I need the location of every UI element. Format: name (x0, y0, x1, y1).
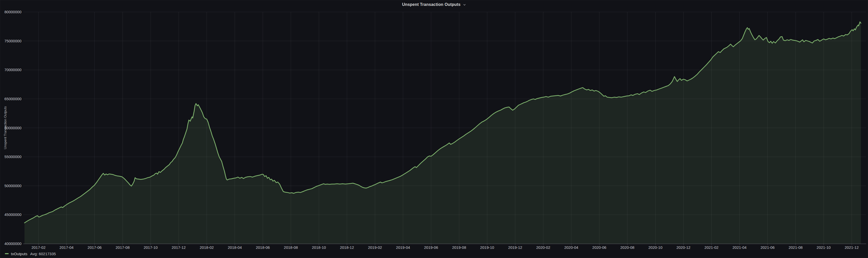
x-tick-label: 2020-12 (677, 245, 690, 250)
x-tick-label: 2020-06 (592, 245, 606, 250)
x-tick-label: 2021-08 (789, 245, 803, 250)
x-tick-label: 2017-12 (172, 245, 186, 250)
legend: txOutputs Avg: 60217335 (5, 251, 56, 256)
x-tick-label: 2019-06 (424, 245, 438, 250)
y-tick-label: 65000000 (4, 97, 22, 101)
grafana-panel: Unspent Transaction Outputs 400000004500… (0, 0, 868, 258)
y-tick-label: 55000000 (4, 155, 22, 159)
y-tick-label: 50000000 (4, 184, 22, 188)
chart-canvas[interactable]: 4000000045000000500000005500000060000000… (0, 0, 868, 258)
x-tick-label: 2019-10 (480, 245, 494, 250)
x-tick-label: 2021-10 (817, 245, 831, 250)
x-tick-label: 2021-12 (845, 245, 859, 250)
x-tick-label: 2018-04 (228, 245, 242, 250)
x-tick-label: 2018-08 (284, 245, 298, 250)
x-tick-label: 2021-02 (705, 245, 718, 250)
y-tick-label: 80000000 (4, 10, 22, 14)
x-tick-label: 2019-04 (396, 245, 410, 250)
x-tick-label: 2017-04 (59, 245, 73, 250)
x-tick-label: 2020-08 (620, 245, 634, 250)
x-tick-label: 2018-12 (340, 245, 354, 250)
x-tick-label: 2021-06 (761, 245, 775, 250)
x-tick-label: 2020-10 (648, 245, 662, 250)
y-tick-label: 45000000 (4, 213, 22, 217)
legend-avg-value: Avg: 60217335 (30, 252, 56, 256)
series-area-txoutputs (25, 22, 861, 244)
y-tick-label: 75000000 (4, 39, 22, 43)
x-tick-label: 2018-02 (200, 245, 214, 250)
x-tick-label: 2018-10 (312, 245, 326, 250)
x-tick-label: 2017-08 (116, 245, 130, 250)
x-tick-label: 2017-10 (144, 245, 158, 250)
panel-title: Unspent Transaction Outputs (402, 2, 460, 7)
x-tick-label: 2020-02 (536, 245, 550, 250)
x-tick-label: 2017-02 (31, 245, 45, 250)
x-tick-label: 2021-04 (733, 245, 747, 250)
panel-header[interactable]: Unspent Transaction Outputs (0, 0, 868, 9)
legend-series-label[interactable]: txOutputs (11, 252, 27, 256)
x-tick-label: 2019-12 (508, 245, 522, 250)
x-tick-label: 2019-08 (452, 245, 466, 250)
y-tick-label: 40000000 (4, 241, 22, 246)
x-tick-label: 2019-02 (368, 245, 382, 250)
x-tick-label: 2018-06 (256, 245, 270, 250)
y-axis-title: Unspent Transaction Outputs (3, 106, 7, 149)
chevron-down-icon (463, 3, 466, 7)
legend-series-swatch[interactable] (5, 253, 9, 254)
x-tick-label: 2020-04 (564, 245, 578, 250)
y-tick-label: 70000000 (4, 68, 22, 72)
x-tick-label: 2017-06 (88, 245, 101, 250)
